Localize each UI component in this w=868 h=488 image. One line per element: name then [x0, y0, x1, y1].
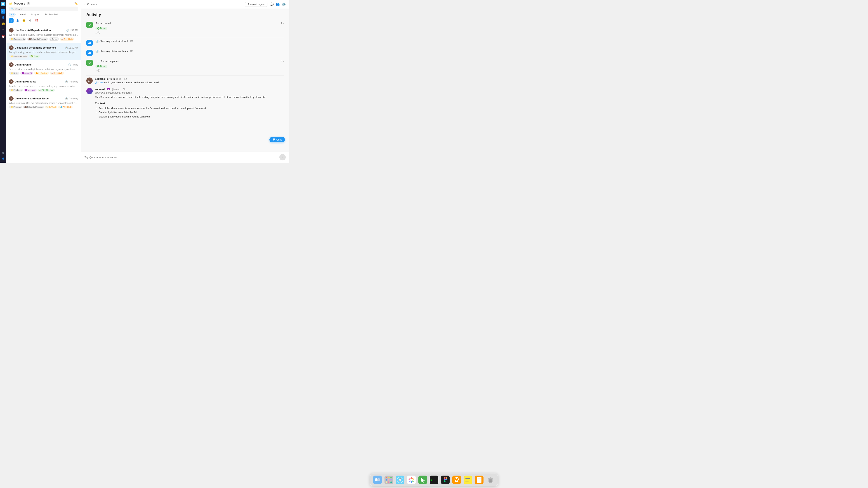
comment-header-1: Eduarda Ferreira @ed · 5h — [95, 77, 284, 80]
tag-socra: socra AI — [20, 72, 33, 74]
chat-input[interactable] — [85, 156, 278, 159]
tag-todo: ○ To-do — [49, 37, 59, 41]
count-badge-4: 2 — [95, 69, 284, 72]
time-ago-3: · 1M — [129, 50, 133, 53]
italic-text: analyzing the journey with interest — [95, 91, 284, 94]
breadcrumb-parent: Process — [87, 3, 97, 6]
chat-bubble-icon[interactable]: 💬 — [270, 2, 274, 6]
chat-float-button[interactable]: Chat — [270, 137, 285, 142]
comment-handle-1: @ed — [116, 78, 121, 80]
folder-icon: 📁 — [9, 2, 12, 5]
task-avatar-5: E — [9, 96, 13, 101]
filter-tab-assigned[interactable]: Assigned — [29, 13, 42, 17]
task-tags-3: 📁 Units socra AI 🔶 In Review 📊 P1 - High — [9, 72, 78, 74]
sidebar-icon-trash[interactable]: 🗑 — [1, 151, 5, 155]
activity-title: Activity — [86, 12, 284, 17]
chevron-icon-4: › — [283, 60, 284, 63]
comment-author-1: Eduarda Ferreira — [95, 77, 115, 80]
activity-item-3: 📊 Choosing Statistical Tests · 1M — [86, 50, 284, 56]
task-title-5: Dimensional attributes issue — [15, 97, 49, 100]
comment-handle-2: @socra — [112, 88, 120, 91]
task-description-3: Just as nature tests adaptations on indi… — [9, 68, 78, 71]
time-icon-3: 🕐 — [68, 64, 71, 66]
left-panel: 📁 Process 5 ✏️ 🔍 All Unread Assigned Boo… — [6, 0, 81, 163]
task-description-2: For split testing, we need a mathematica… — [9, 51, 78, 54]
right-panel: ‹ Process Request to join 💬 👥 ⚙️ Activit… — [81, 0, 289, 163]
icon-filter-home[interactable]: ⌂ — [9, 18, 13, 23]
users-icon[interactable]: 👥 — [276, 2, 280, 6]
sidebar-icon-clock[interactable]: ⏱ — [1, 28, 5, 33]
num-4: 2 — [95, 69, 97, 72]
task-description: We need to add the ability to systematic… — [9, 33, 78, 36]
context-bullets: Part of the Measurements journey in socr… — [95, 106, 284, 119]
svg-rect-7 — [90, 52, 91, 54]
socra-dot — [22, 72, 24, 74]
sidebar-icon-user[interactable]: 👤 — [1, 157, 5, 161]
icon-filter-emoji[interactable]: 😊 — [22, 18, 26, 23]
filter-tab-unread[interactable]: Unread — [17, 13, 28, 17]
comment-text-1: @socra could you please summarize the wo… — [95, 81, 284, 84]
title-left: 📁 Process 5 — [9, 2, 30, 5]
filter-tab-all[interactable]: All — [9, 13, 16, 17]
comment-item-2: S socra AI AI @socra · 5h analyzing the … — [86, 88, 284, 119]
send-button[interactable]: ↑ — [279, 154, 286, 160]
tag-experiments: 📁 Experiments — [9, 37, 26, 41]
task-item-active[interactable]: E Calculating percentage confidence 🕐 11… — [6, 43, 81, 60]
filter-tab-bookmarked[interactable]: Bookmarked — [43, 13, 60, 17]
activity-avatar-2 — [86, 40, 93, 46]
icon-filter-person[interactable]: 👤 — [16, 18, 20, 23]
task-item-3[interactable]: E Defining Units 🕐 Friday Just as nature… — [6, 60, 81, 77]
app-logo[interactable] — [1, 2, 5, 6]
sidebar-icon-home[interactable]: ⌂ — [1, 9, 5, 13]
task-item-header-4: E Defining Products 🕐 Thursday — [9, 79, 78, 84]
task-item-4[interactable]: E Defining Products 🕐 Thursday In nature… — [6, 77, 81, 94]
task-avatar: E — [9, 28, 13, 33]
comment-avatar-inner-2: S — [86, 88, 93, 94]
task-item-5[interactable]: E Dimensional attributes issue 🕐 Thursda… — [6, 94, 81, 111]
search-input[interactable] — [16, 8, 76, 10]
search-icon: 🔍 — [11, 7, 14, 10]
sidebar-icon-emoji[interactable]: 😊 — [1, 22, 5, 26]
task-item-header-5: E Dimensional attributes issue 🕐 Thursda… — [9, 96, 78, 101]
icon-sidebar: ⌂ 👤 😊 ⏱ ⏰ 🗑 👤 — [0, 0, 6, 163]
panel-title: Process — [14, 2, 25, 5]
sidebar-icon-timer[interactable]: ⏰ — [1, 34, 5, 39]
icon-filter-clock[interactable]: ⏱ — [28, 18, 33, 23]
comment-avatar-1: EF — [86, 77, 93, 84]
left-panel-title: 📁 Process 5 ✏️ — [9, 2, 78, 5]
svg-rect-5 — [88, 53, 89, 54]
back-arrow-icon[interactable]: ‹ — [85, 2, 86, 6]
edit-icon[interactable]: ✏️ — [74, 2, 78, 5]
chart-icon-2: 📊 — [95, 40, 98, 43]
comment-body-1: Eduarda Ferreira @ed · 5h @socra could y… — [95, 77, 284, 84]
task-tags-2: 📁 Measurements ✅ Done — [9, 55, 78, 58]
settings-icon[interactable]: ⚙️ — [282, 2, 286, 6]
task-time-5: 🕐 Thursday — [65, 97, 78, 100]
sidebar-icon-person[interactable]: 👤 — [1, 15, 5, 20]
svg-rect-3 — [89, 42, 90, 44]
comment-content: This Socra tackles a crucial aspect of s… — [95, 95, 284, 99]
task-title-4: Defining Products — [15, 80, 36, 83]
task-time-4: 🕐 Thursday — [65, 80, 78, 83]
comment-author-2: socra AI — [95, 88, 105, 91]
chart-icon-3: 📊 — [95, 50, 98, 53]
tag-in-review: 🔶 In Review — [34, 72, 49, 74]
activity-body-3: 📊 Choosing Statistical Tests · 1M — [95, 50, 284, 56]
task-avatar-4: E — [9, 79, 13, 84]
divider-2 — [86, 75, 284, 76]
user-dot — [29, 38, 31, 40]
activity-link-2: 📊 Choosing a statistical tool · 1M — [95, 40, 284, 43]
search-box: 🔍 — [9, 6, 78, 11]
filter-tabs: All Unread Assigned Bookmarked — [9, 13, 78, 17]
activity-avatar-1 — [86, 22, 93, 28]
tag-p1-high: 📊 P1 - High — [50, 72, 64, 74]
tag-p2-medium: 📊 P2 - Medium — [37, 89, 55, 92]
svg-point-1 — [98, 32, 100, 34]
icon-filter-alarm[interactable]: ⏰ — [34, 18, 39, 23]
socra-dot-2 — [25, 89, 27, 91]
context-header: Context — [95, 102, 284, 105]
tag-products: 📁 Products — [9, 89, 23, 92]
mention-socra: @socra — [95, 81, 103, 84]
task-item[interactable]: E Use Case: Ad Experimentation 🕐 1:57 PM… — [6, 26, 81, 43]
request-to-join-button[interactable]: Request to join — [245, 2, 268, 7]
